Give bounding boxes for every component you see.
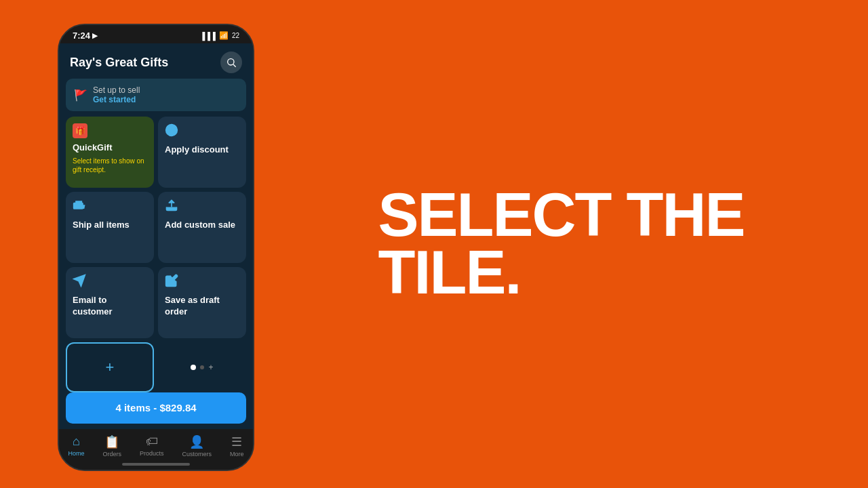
tile-add-new[interactable]: +	[66, 342, 154, 392]
svg-rect-3	[74, 203, 83, 209]
home-indicator	[59, 460, 253, 470]
signal-icon: ▐▐▐	[199, 32, 215, 40]
nav-orders[interactable]: 📋 Orders	[102, 434, 121, 458]
products-icon: 🏷	[146, 434, 158, 449]
dot-plus: +	[208, 363, 213, 372]
tile-ship-all-items[interactable]: Ship all items	[66, 192, 154, 263]
hero-text: SELECT THE TILE.	[378, 186, 744, 302]
orders-icon: 📋	[104, 434, 119, 449]
tile-quickgift[interactable]: 🎁 QuickGift Select items to show on gift…	[66, 117, 154, 188]
tile-quickgift-title: QuickGift	[73, 142, 147, 154]
nav-more-label: More	[230, 451, 244, 458]
app-content: Ray's Great Gifts 🚩 Set up to sell Get s…	[59, 43, 253, 429]
send-icon	[73, 274, 147, 291]
tile-email-title: Email to customer	[73, 295, 147, 318]
battery-level: 22	[232, 32, 239, 39]
nav-products-label: Products	[140, 450, 164, 457]
cart-button[interactable]: 4 items - $829.84	[66, 392, 246, 424]
tile-apply-discount[interactable]: Apply discount	[158, 117, 246, 188]
flag-icon: 🚩	[74, 89, 87, 102]
plus-icon: +	[106, 359, 115, 376]
tiles-row-4: + +	[66, 342, 246, 392]
tile-save-draft[interactable]: Save as draft order	[158, 267, 246, 338]
status-icons: ▐▐▐ 📶 22	[199, 31, 239, 40]
search-icon	[226, 57, 237, 68]
phone-mockup: 7:24 ▶ ▐▐▐ 📶 22 Ray's Great Gifts 🚩 Set …	[58, 24, 254, 471]
home-bar	[122, 463, 190, 466]
svg-line-1	[233, 64, 236, 67]
discount-icon	[165, 123, 239, 140]
tile-add-custom-sale[interactable]: Add custom sale	[158, 192, 246, 263]
nav-home[interactable]: ⌂ Home	[68, 434, 84, 458]
cart-button-label: 4 items - $829.84	[115, 402, 196, 413]
home-icon: ⌂	[73, 434, 80, 449]
dot-1	[191, 365, 196, 370]
setup-title: Set up to sell	[93, 85, 140, 95]
nav-more[interactable]: ☰ More	[230, 434, 244, 458]
tiles-row-1: 🎁 QuickGift Select items to show on gift…	[66, 117, 246, 188]
time-display: 7:24	[73, 30, 90, 41]
search-button[interactable]	[220, 52, 242, 73]
hero-section: SELECT THE TILE.	[254, 186, 868, 302]
nav-customers-label: Customers	[182, 451, 212, 458]
tiles-container: 🎁 QuickGift Select items to show on gift…	[59, 117, 253, 392]
bottom-nav: ⌂ Home 📋 Orders 🏷 Products 👤 Customers ☰…	[59, 429, 253, 460]
setup-text: Set up to sell Get started	[93, 85, 140, 104]
get-started-link[interactable]: Get started	[93, 95, 140, 104]
upload-icon	[165, 199, 239, 216]
app-header: Ray's Great Gifts	[59, 43, 253, 79]
nav-products[interactable]: 🏷 Products	[140, 434, 164, 458]
svg-point-0	[228, 59, 234, 65]
tile-draft-title: Save as draft order	[165, 295, 239, 318]
status-bar: 7:24 ▶ ▐▐▐ 📶 22	[59, 25, 253, 43]
nav-orders-label: Orders	[102, 451, 121, 458]
page-dots: +	[158, 342, 246, 392]
hero-line1: SELECT THE	[378, 186, 744, 245]
tile-quickgift-subtitle: Select items to show on gift receipt.	[73, 157, 147, 174]
setup-banner[interactable]: 🚩 Set up to sell Get started	[66, 79, 246, 111]
tile-discount-title: Apply discount	[165, 144, 239, 156]
tile-custom-sale-title: Add custom sale	[165, 220, 239, 231]
status-time: 7:24 ▶	[73, 30, 98, 41]
tile-email-customer[interactable]: Email to customer	[66, 267, 154, 338]
tiles-row-2: Ship all items Add custom sale	[66, 192, 246, 263]
ship-icon	[73, 199, 147, 216]
gift-icon: 🎁	[73, 123, 87, 138]
nav-home-label: Home	[68, 450, 84, 457]
nav-customers[interactable]: 👤 Customers	[182, 434, 212, 458]
tile-ship-title: Ship all items	[73, 220, 147, 231]
more-icon: ☰	[231, 434, 242, 449]
app-title: Ray's Great Gifts	[70, 56, 168, 70]
wifi-icon: 📶	[219, 31, 229, 40]
hero-line2: TILE.	[378, 244, 744, 302]
draft-icon	[165, 274, 239, 291]
customers-icon: 👤	[189, 434, 204, 449]
location-icon: ▶	[92, 32, 98, 39]
tiles-row-3: Email to customer Save as draft order	[66, 267, 246, 338]
svg-marker-5	[74, 275, 85, 287]
dot-2	[200, 365, 204, 369]
